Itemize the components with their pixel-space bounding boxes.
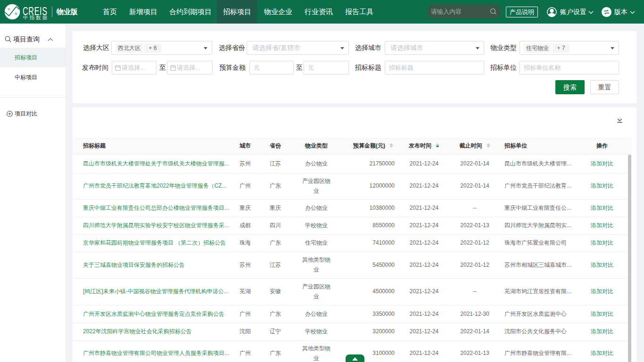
svg-text:中: 中 (8, 8, 10, 11)
svg-text:指: 指 (14, 12, 17, 15)
